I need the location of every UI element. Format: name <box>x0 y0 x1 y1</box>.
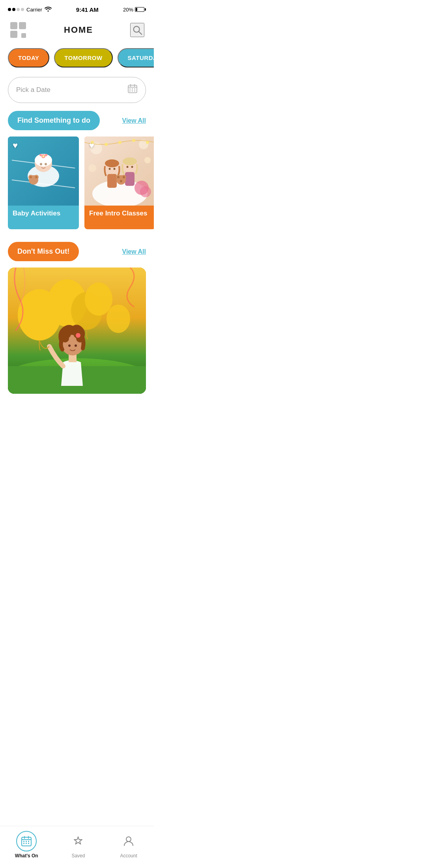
signal-strength <box>8 8 24 11</box>
search-icon <box>132 25 142 35</box>
svg-point-37 <box>88 164 96 172</box>
svg-point-42 <box>109 168 111 170</box>
tab-tomorrow[interactable]: TOMORROW <box>54 48 112 67</box>
calendar-icon <box>127 84 138 96</box>
svg-point-23 <box>45 154 47 156</box>
svg-point-57 <box>118 141 121 144</box>
svg-point-36 <box>144 157 151 163</box>
svg-rect-3 <box>21 33 26 38</box>
svg-rect-0 <box>10 22 17 29</box>
svg-point-80 <box>85 282 112 316</box>
svg-point-47 <box>127 166 129 168</box>
card-free-image: ♥ <box>84 137 154 206</box>
card-baby-label: Baby Activities <box>13 210 60 217</box>
activity-cards: ♥ <box>0 137 154 239</box>
svg-point-53 <box>123 176 125 178</box>
svg-point-31 <box>30 176 32 178</box>
app-logo[interactable] <box>9 21 27 39</box>
card-free-intro[interactable]: ♥ <box>84 137 154 229</box>
svg-point-48 <box>131 166 133 168</box>
status-bar: Carrier 9:41 AM 20% <box>0 0 154 17</box>
svg-rect-40 <box>107 174 117 188</box>
card-free-label: Free Intro Classes <box>89 210 147 217</box>
svg-point-90 <box>75 344 77 347</box>
svg-rect-13 <box>129 90 131 92</box>
search-button[interactable] <box>130 23 144 37</box>
card-baby-image: ♥ <box>8 137 79 206</box>
svg-point-59 <box>146 141 149 144</box>
svg-point-87 <box>61 335 69 342</box>
battery-percent: 20% <box>123 7 133 13</box>
header: HOME <box>0 17 154 45</box>
svg-point-32 <box>35 176 37 178</box>
card-baby-label-bar: Baby Activities <box>8 206 79 221</box>
battery-icon <box>135 7 146 12</box>
svg-point-56 <box>105 143 108 146</box>
svg-point-61 <box>140 186 151 197</box>
svg-point-25 <box>43 155 45 157</box>
page-title: HOME <box>64 25 93 35</box>
dont-miss-title[interactable]: Don't Miss Out! <box>8 242 79 261</box>
card-baby-heart-icon[interactable]: ♥ <box>13 140 18 151</box>
date-picker-wrap: Pick a Date <box>0 74 154 111</box>
svg-point-58 <box>132 139 135 142</box>
dont-miss-section: Don't Miss Out! View All <box>0 239 154 394</box>
svg-point-54 <box>120 180 122 182</box>
svg-rect-11 <box>132 88 133 90</box>
svg-point-91 <box>76 333 80 338</box>
card-free-label-bar: Free Intro Classes <box>84 206 154 221</box>
svg-rect-10 <box>129 88 131 90</box>
svg-point-81 <box>106 305 130 333</box>
wifi-icon <box>45 6 52 13</box>
status-left: Carrier <box>8 6 52 13</box>
tab-today[interactable]: TODAY <box>8 48 49 67</box>
date-picker[interactable]: Pick a Date <box>8 77 146 103</box>
status-time: 9:41 AM <box>76 6 99 13</box>
svg-point-43 <box>114 168 116 170</box>
svg-point-26 <box>40 163 42 165</box>
tab-saturday[interactable]: SATURDAY <box>118 48 154 67</box>
svg-point-89 <box>68 344 71 347</box>
dont-miss-header: Don't Miss Out! View All <box>0 242 154 268</box>
svg-rect-14 <box>132 90 133 92</box>
svg-point-27 <box>45 163 47 165</box>
svg-point-46 <box>123 157 137 165</box>
svg-rect-15 <box>134 90 135 92</box>
svg-rect-1 <box>19 22 26 29</box>
card-free-heart-icon[interactable]: ♥ <box>89 140 94 151</box>
date-picker-placeholder: Pick a Date <box>16 86 50 94</box>
dont-miss-view-all[interactable]: View All <box>122 248 146 255</box>
svg-point-24 <box>39 154 42 156</box>
find-section-title[interactable]: Find Something to do <box>8 111 100 130</box>
svg-point-41 <box>105 159 119 167</box>
svg-rect-12 <box>134 88 135 90</box>
svg-line-5 <box>139 32 142 34</box>
svg-rect-2 <box>10 31 17 38</box>
find-view-all[interactable]: View All <box>122 117 146 124</box>
featured-event-image[interactable] <box>8 268 146 394</box>
status-right: 20% <box>123 7 146 13</box>
svg-point-52 <box>117 176 120 178</box>
card-baby-activities[interactable]: ♥ <box>8 137 79 229</box>
date-tabs: TODAY TOMORROW SATURDAY SUNDAY <box>0 45 154 74</box>
svg-rect-45 <box>125 172 135 186</box>
find-section-header: Find Something to do View All <box>0 111 154 137</box>
carrier-label: Carrier <box>26 7 42 13</box>
